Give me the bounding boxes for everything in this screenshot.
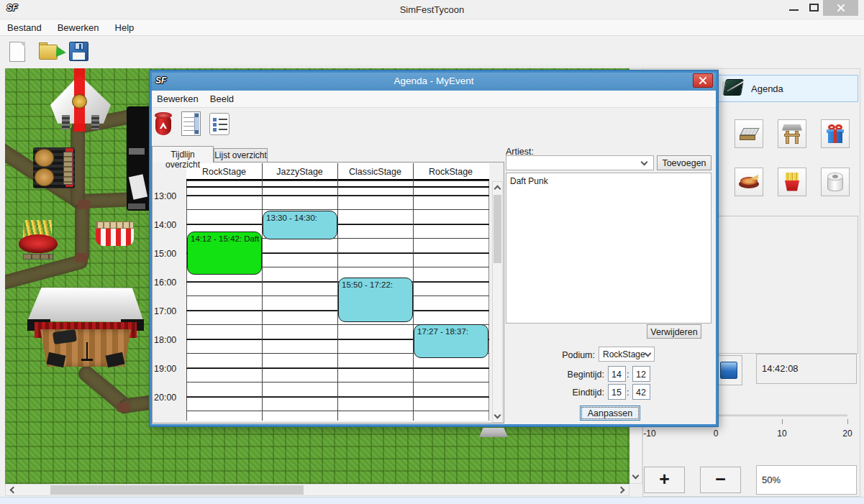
time-separator: : xyxy=(627,388,629,398)
item-button-fries[interactable] xyxy=(778,168,806,196)
list-view-icon xyxy=(181,111,201,136)
trash-icon xyxy=(155,112,172,136)
slider-tick-label: 20 xyxy=(842,429,852,439)
main-stage[interactable] xyxy=(27,288,144,368)
add-artist-button[interactable]: Toevoegen xyxy=(657,155,711,170)
time-label: 20:00 xyxy=(154,393,186,403)
remove-button[interactable]: Verwijderen xyxy=(647,324,701,339)
begin-hour-input[interactable]: 14 xyxy=(608,366,626,382)
minimize-button[interactable] xyxy=(786,0,803,16)
time-label: 16:00 xyxy=(154,278,186,288)
podium-label: Podium: xyxy=(547,350,595,360)
column-header: JazzyStage xyxy=(262,163,337,179)
event-classicstage[interactable]: 15:50 - 17:22: xyxy=(338,278,413,322)
agenda-book-icon xyxy=(722,78,745,98)
road-tile-icon xyxy=(739,127,759,141)
item-button-gift[interactable] xyxy=(821,119,850,148)
zoom-level: 50% xyxy=(756,465,857,495)
apply-button[interactable]: Aanpassen xyxy=(580,406,640,421)
timeline-view-button[interactable] xyxy=(181,111,201,136)
dialog-title: Agenda - MyEvent xyxy=(152,75,716,86)
end-time-label: Eindtijd: xyxy=(547,388,604,398)
time-label: 14:00 xyxy=(154,220,186,230)
toilet-paper-icon xyxy=(827,173,843,192)
gift-icon xyxy=(826,124,845,144)
bullet-list-icon xyxy=(209,113,229,135)
new-document-button[interactable] xyxy=(9,42,25,62)
path-junction xyxy=(117,403,129,412)
time-label: 13:00 xyxy=(154,191,186,201)
event-jazzystage[interactable]: 13:30 - 14:30: xyxy=(263,211,337,239)
dialog-menubar: Bewerken Beeld xyxy=(152,91,716,108)
scrollbar-thumb[interactable] xyxy=(494,195,501,263)
end-hour-input[interactable]: 15 xyxy=(608,384,626,400)
time-separator: : xyxy=(627,370,629,380)
slider-tick-label: 10 xyxy=(777,429,786,439)
scroll-right-icon[interactable] xyxy=(618,487,625,494)
app-logo-icon: SF xyxy=(6,3,17,13)
save-icon xyxy=(75,42,83,50)
stage-structure-icon xyxy=(782,124,802,144)
maximize-icon xyxy=(809,4,819,12)
artist-listbox[interactable]: Daft Punk xyxy=(506,173,711,324)
menu-help[interactable]: Help xyxy=(115,22,135,33)
grid-vertical-scrollbar[interactable] xyxy=(492,181,503,423)
open-file-button[interactable] xyxy=(39,42,62,62)
mic-stand xyxy=(86,342,88,359)
slider-tick-label: 0 xyxy=(714,429,719,439)
minimize-icon xyxy=(789,9,799,11)
tent-emblem xyxy=(72,94,87,109)
main-menubar: Bestand Bewerken Help xyxy=(0,19,864,36)
tab-lijst-overzicht[interactable]: Lijst overzicht xyxy=(214,148,268,162)
item-button-road[interactable] xyxy=(735,119,763,148)
time-label: 18:00 xyxy=(154,335,186,345)
dialog-close-button[interactable] xyxy=(693,73,713,88)
save-button[interactable] xyxy=(69,42,88,61)
maximize-button[interactable] xyxy=(806,0,823,16)
menu-bewerken[interactable]: Bewerken xyxy=(58,22,99,33)
dialog-menu-beeld[interactable]: Beeld xyxy=(210,93,234,104)
item-button-stage-structure[interactable] xyxy=(778,119,806,148)
delete-event-button[interactable] xyxy=(155,112,172,136)
zoom-in-button[interactable]: + xyxy=(644,467,685,493)
begin-minute-input[interactable]: 12 xyxy=(632,366,650,382)
scroll-left-icon[interactable] xyxy=(10,487,17,494)
artist-combobox[interactable] xyxy=(506,155,654,170)
scrollbar-thumb[interactable] xyxy=(50,485,304,495)
fries-stand[interactable] xyxy=(19,220,58,256)
main-toolbar xyxy=(0,37,864,68)
column-header: RockStage xyxy=(413,163,488,179)
game-clock: 14:42:08 xyxy=(756,354,857,384)
scroll-down-icon[interactable] xyxy=(632,472,640,480)
map-horizontal-scrollbar[interactable] xyxy=(5,484,629,496)
wooden-planks xyxy=(23,254,53,260)
time-label: 15:00 xyxy=(154,249,186,259)
pizza-icon xyxy=(739,174,759,190)
fries-icon xyxy=(783,173,801,192)
new-document-icon xyxy=(19,42,25,47)
artist-list-item[interactable]: Daft Punk xyxy=(510,176,711,186)
column-header: ClassicStage xyxy=(337,163,413,179)
time-label: 17:00 xyxy=(154,306,186,316)
dialog-menu-bewerken[interactable]: Bewerken xyxy=(157,93,199,104)
striped-stand[interactable] xyxy=(96,221,134,246)
wooden-table[interactable] xyxy=(63,152,73,185)
item-button-pizza[interactable] xyxy=(735,168,763,196)
list-overview-button[interactable] xyxy=(209,113,229,135)
tab-tijdlijn-overzicht[interactable]: Tijdlijn overzicht xyxy=(152,146,214,162)
scroll-down-icon[interactable] xyxy=(494,412,501,419)
time-label: 19:00 xyxy=(154,364,186,374)
event-rockstage2[interactable]: 17:27 - 18:37: xyxy=(414,324,488,358)
begin-time-label: Begintijd: xyxy=(547,370,604,380)
close-button[interactable] xyxy=(823,0,858,16)
menu-bestand[interactable]: Bestand xyxy=(7,22,42,33)
item-button-toilet-paper[interactable] xyxy=(821,168,850,196)
path-junction xyxy=(75,253,88,262)
scroll-up-icon[interactable] xyxy=(494,185,501,193)
zoom-out-button[interactable]: − xyxy=(700,467,741,493)
event-daft-punk[interactable]: 14:12 - 15:42: Daft Punk xyxy=(187,232,262,275)
slider-tick-label: -10 xyxy=(643,429,655,439)
end-minute-input[interactable]: 42 xyxy=(632,384,650,400)
small-tent[interactable] xyxy=(479,428,508,437)
status-bar xyxy=(0,497,864,504)
